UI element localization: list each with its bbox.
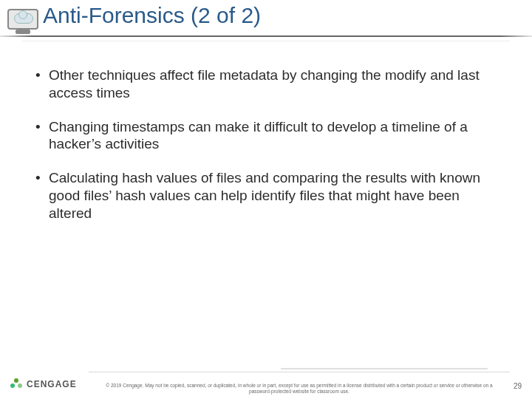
cloud-monitor-icon: [7, 9, 38, 38]
monitor-icon: [7, 9, 38, 30]
title-underline-faint: [22, 41, 510, 41]
bullet-list: Other techniques affect file metadata by…: [35, 66, 497, 222]
cloud-icon: [14, 13, 33, 24]
list-item: Changing timestamps can make it difficul…: [35, 118, 497, 154]
list-item: Other techniques affect file metadata by…: [35, 66, 497, 102]
slide-header: Anti-Forensics (2 of 2): [0, 0, 532, 52]
page-number: 29: [514, 382, 522, 390]
footer-rule-accent: [281, 368, 488, 369]
copyright-text: © 2019 Cengage. May not be copied, scann…: [96, 383, 502, 395]
brand: CENGAGE: [10, 378, 77, 390]
slide: Anti-Forensics (2 of 2) Other techniques…: [0, 0, 532, 399]
title-underline: [0, 35, 532, 37]
slide-title: Anti-Forensics (2 of 2): [43, 3, 261, 28]
brand-name: CENGAGE: [27, 379, 77, 389]
slide-body: Other techniques affect file metadata by…: [0, 52, 532, 222]
footer-rule: [89, 372, 510, 372]
slide-footer: CENGAGE © 2019 Cengage. May not be copie…: [0, 365, 532, 399]
list-item: Calculating hash values of files and com…: [35, 169, 497, 222]
brand-logo-icon: [10, 378, 22, 390]
